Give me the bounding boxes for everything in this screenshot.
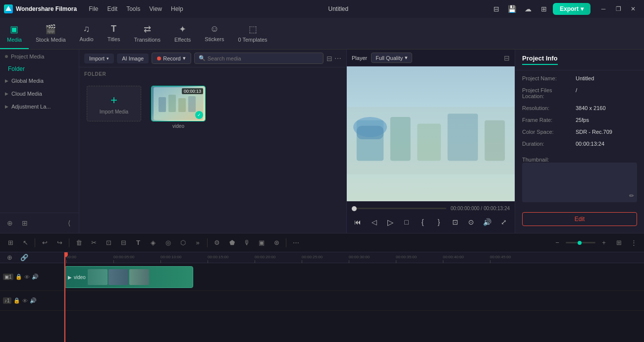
templates-icon: ⬚: [249, 24, 257, 35]
ruler-mark: 00:00:35:00: [396, 255, 417, 263]
skip-back-button[interactable]: ⏮: [352, 215, 364, 229]
menu-view[interactable]: View: [145, 3, 166, 14]
menu-file[interactable]: File: [85, 3, 102, 14]
delete-button[interactable]: 🗑: [72, 236, 85, 249]
time-badge: 00:00:13: [182, 88, 203, 94]
menu-tools[interactable]: Tools: [122, 3, 144, 14]
player-view-icon[interactable]: ⊟: [504, 54, 510, 62]
edit-button[interactable]: Edit: [522, 212, 637, 226]
progress-track[interactable]: [352, 208, 446, 209]
color-grade-button[interactable]: ▣: [255, 236, 268, 249]
more-options-icon[interactable]: ⋯: [334, 55, 341, 62]
menu-edit[interactable]: Edit: [103, 3, 121, 14]
quality-selector[interactable]: Full Quality ▾: [371, 53, 412, 63]
link-button[interactable]: 🔗: [18, 252, 31, 264]
close-button[interactable]: ✕: [626, 2, 640, 16]
extract-button[interactable]: ⊡: [449, 215, 461, 229]
upload-icon[interactable]: ☁: [521, 2, 535, 16]
transform-button[interactable]: ⬡: [176, 236, 189, 249]
import-button[interactable]: Import ▾: [84, 54, 114, 63]
progress-thumb[interactable]: [352, 206, 357, 211]
effects-button[interactable]: ⚙: [211, 236, 223, 249]
undo-button[interactable]: ↩: [38, 236, 51, 249]
color-button[interactable]: ◎: [161, 236, 174, 249]
save-icon[interactable]: 💾: [505, 2, 519, 16]
add-folder-button[interactable]: ⊕: [4, 217, 16, 229]
menu-help[interactable]: Help: [167, 3, 187, 14]
apps-icon[interactable]: ⊞: [537, 2, 551, 16]
ruler-mark: 00:00:20:00: [255, 255, 275, 263]
sidebar-item-global-media[interactable]: ▶ Global Media: [0, 74, 79, 87]
grid-view-button[interactable]: ⊞: [19, 217, 31, 229]
sidebar-item-folder[interactable]: Folder: [0, 63, 79, 74]
list-item[interactable]: 00:00:13 ✓ video: [149, 86, 208, 129]
play-button[interactable]: ▷: [384, 215, 396, 229]
tab-templates[interactable]: ⬚ 0 Templates: [231, 18, 274, 49]
zoom-slider[interactable]: [566, 242, 595, 243]
frame-back-button[interactable]: ◁: [368, 215, 380, 229]
maximize-button[interactable]: ❐: [611, 2, 625, 16]
track-hide-icon[interactable]: 👁: [24, 274, 30, 280]
mark-out-button[interactable]: }: [433, 215, 445, 229]
tab-audio[interactable]: ♫ Audio: [73, 18, 101, 49]
filter-icon[interactable]: ⊟: [326, 55, 332, 62]
volume-button[interactable]: 🔊: [482, 215, 494, 229]
minimize-button[interactable]: ─: [596, 2, 610, 16]
zoom-in-button[interactable]: +: [597, 236, 610, 249]
timeline-ruler: 00:00 00:00:05:00 00:00:10:00 00:00:15:0…: [64, 252, 644, 263]
track-lock-icon[interactable]: 🔒: [15, 274, 22, 280]
grid-settings-button[interactable]: ⊞: [612, 236, 625, 249]
tab-media[interactable]: ▣ Media: [0, 18, 29, 49]
tab-transitions[interactable]: ⇄ Transitions: [127, 18, 167, 49]
snapshot-button[interactable]: ⊙: [465, 215, 478, 229]
info-row-colorspace: Color Space: SDR - Rec.709: [522, 129, 637, 135]
text-button[interactable]: T: [132, 236, 145, 249]
video-thumb[interactable]: 00:00:13 ✓: [151, 86, 206, 121]
video-clip[interactable]: ▶ video: [64, 266, 193, 288]
thumbnail-edit-button[interactable]: ✏: [629, 192, 634, 199]
mark-in-button[interactable]: {: [417, 215, 429, 229]
search-input[interactable]: [208, 56, 319, 61]
sidebar-item-cloud-media[interactable]: ▶ Cloud Media: [0, 87, 79, 100]
transitions-icon: ⇄: [144, 24, 151, 35]
track-mute-icon[interactable]: 🔊: [32, 274, 39, 280]
timeline-select-button[interactable]: ↖: [19, 236, 32, 249]
timeline-layout-button[interactable]: ⊞: [4, 236, 17, 249]
keyframe-button[interactable]: ◈: [147, 236, 160, 249]
tab-effects[interactable]: ✦ Effects: [167, 18, 198, 49]
tab-titles[interactable]: T Titles: [101, 18, 127, 49]
audio-hide-icon[interactable]: 👁: [22, 298, 28, 304]
cut-button[interactable]: ✂: [87, 236, 100, 249]
tab-stickers[interactable]: ☺ Stickers: [198, 18, 231, 49]
frame-forward-button[interactable]: □: [400, 215, 413, 229]
split-audio-button[interactable]: ⊟: [117, 236, 130, 249]
more-button[interactable]: ⤢: [497, 215, 510, 229]
video-track: ▶ video: [64, 263, 644, 291]
sidebar-item-adjustment[interactable]: ▶ Adjustment La...: [0, 100, 79, 113]
zoom-out-button[interactable]: −: [551, 236, 564, 249]
record-button[interactable]: Record ▾: [152, 53, 191, 64]
export-button[interactable]: Export ▾: [553, 3, 590, 15]
more-button[interactable]: »: [191, 236, 204, 249]
import-media-thumb[interactable]: + Import Media: [87, 86, 141, 121]
tab-stock-media[interactable]: 🎬 Stock Media: [29, 18, 73, 49]
ruler-mark: 00:00:30:00: [349, 255, 370, 263]
more-settings-button[interactable]: ⋮: [627, 236, 640, 249]
thumbnail-section: Thumbnail: ✏: [515, 152, 644, 207]
ai-image-button[interactable]: AI Image: [117, 54, 149, 63]
timeline-more-button[interactable]: ⋯: [289, 236, 302, 249]
redo-button[interactable]: ↪: [53, 236, 66, 249]
crop-button[interactable]: ⊡: [102, 236, 115, 249]
collapse-panel-button[interactable]: ⟨: [63, 217, 75, 229]
restore-icon[interactable]: ⊟: [489, 2, 503, 16]
audio-record-button[interactable]: 🎙: [240, 236, 253, 249]
list-item[interactable]: + Import Media: [84, 86, 144, 129]
zoom-thumb[interactable]: [578, 241, 582, 245]
player-tab[interactable]: Player: [352, 55, 367, 61]
mask-button[interactable]: ⬟: [225, 236, 238, 249]
add-track-button[interactable]: ⊕: [3, 252, 16, 264]
ai-tools-button[interactable]: ⊛: [270, 236, 283, 249]
audio-lock-icon[interactable]: 🔒: [13, 297, 20, 304]
import-media-label: Import Media: [100, 109, 128, 114]
audio-mute-icon[interactable]: 🔊: [30, 297, 37, 304]
